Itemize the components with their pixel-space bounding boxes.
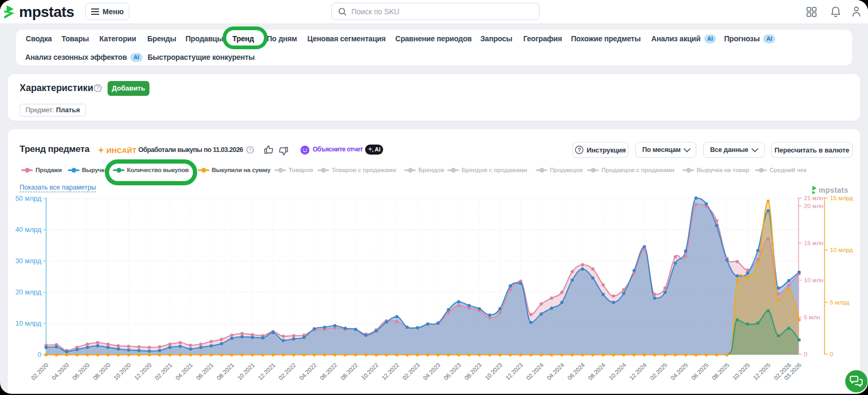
svg-text:?: ?	[96, 85, 100, 91]
svg-text:?: ?	[578, 147, 581, 153]
svg-text:?: ?	[249, 147, 251, 152]
